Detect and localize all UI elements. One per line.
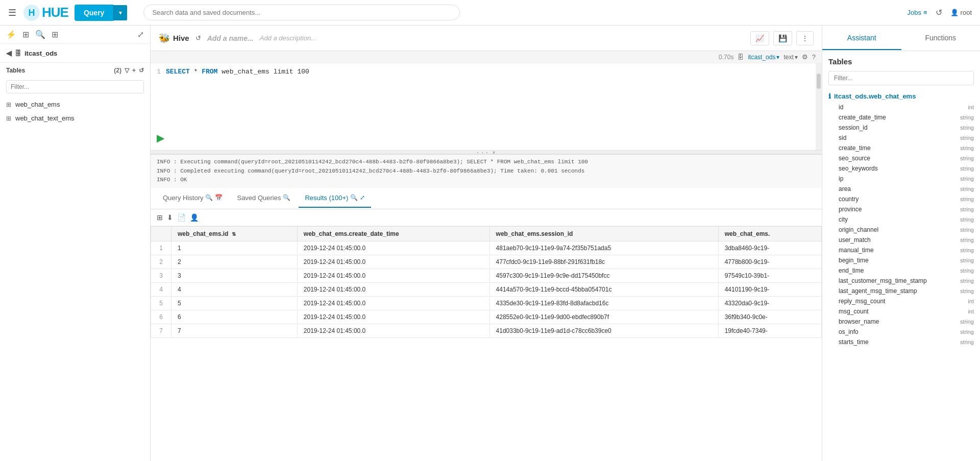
field-type: string [960,145,974,151]
editor-splitter[interactable]: • • • ▾ [151,150,822,154]
field-row[interactable]: country string [828,194,974,204]
refresh-icon[interactable]: ↺ [139,67,144,74]
grid-view-icon[interactable]: ⊞ [157,213,163,222]
cell-create-date-time: 2019-12-24 01:45:00.0 [297,255,489,269]
field-row[interactable]: origin_channel string [828,225,974,235]
field-row[interactable]: area string [828,184,974,194]
field-row[interactable]: browser_name string [828,317,974,327]
line-number-1: 1 [151,68,166,76]
th-id-label: web_chat_ems.id [178,230,228,237]
th-col4[interactable]: web_chat_ems. [718,226,821,241]
jobs-link[interactable]: Jobs ≡ [908,9,927,16]
logo-text: HUE [42,5,68,20]
field-type: int [968,104,974,110]
field-row[interactable]: ip string [828,174,974,184]
right-tables-title: Tables [828,57,974,66]
field-name: sid [839,134,846,141]
history-icon[interactable]: ↺ [936,8,942,17]
field-row[interactable]: seo_keywords string [828,163,974,174]
cell-col4: 97549c10-39b1- [718,269,821,282]
right-panel-tabs: Assistant Functions [822,26,980,51]
tab-query-history[interactable]: Query History 🔍 📅 [157,189,229,208]
tab-saved-queries[interactable]: Saved Queries 🔍 [231,189,297,208]
cell-rownum: 3 [151,269,172,282]
scrollbar-thumb [817,74,821,89]
query-name-input[interactable]: Add a name... [207,34,254,42]
more-options-button[interactable]: ⋮ [796,31,814,45]
field-row[interactable]: sid string [828,133,974,143]
db-selector[interactable]: itcast_ods ▾ [748,54,779,61]
field-name: browser_name [839,318,879,325]
cell-id: 2 [172,255,298,269]
help-icon[interactable]: ? [812,53,816,61]
add-icon[interactable]: + [132,67,136,74]
page-icon[interactable]: 📄 [177,213,186,222]
run-query-button[interactable]: ▶ [157,132,164,144]
field-row[interactable]: last_customer_msg_time_stamp string [828,276,974,286]
field-row[interactable]: session_id string [828,123,974,133]
query-dropdown-button[interactable]: ▾ [113,5,127,20]
user-link[interactable]: 👤 root [950,9,972,16]
hamburger-icon[interactable]: ☰ [8,7,16,18]
sidebar-db-icon[interactable]: ⚡ [6,30,16,39]
field-row[interactable]: reply_msg_count int [828,296,974,306]
query-desc-input[interactable]: Add a description... [260,34,316,42]
table-item-web-chat-text-ems[interactable]: ⊞ web_chat_text_ems [0,111,150,125]
field-name: manual_time [839,247,874,254]
th-id[interactable]: web_chat_ems.id ⇅ [172,226,298,241]
field-row[interactable]: starts_time string [828,337,974,347]
field-row[interactable]: last_agent_msg_time_stamp string [828,286,974,296]
field-type: string [960,227,974,233]
sidebar-copy-icon[interactable]: ⊞ [22,30,29,39]
field-row[interactable]: manual_time string [828,245,974,255]
share-icon[interactable]: 👤 [190,213,199,222]
code-content-1: SELECT * FROM web_chat_ems limit 100 [166,68,309,76]
hive-icon: 🐝 [159,33,170,44]
code-editor[interactable]: 1 SELECT * FROM web_chat_ems limit 100 [151,63,822,150]
field-row[interactable]: end_time string [828,265,974,276]
query-main-button[interactable]: Query [75,5,113,21]
field-row[interactable]: province string [828,204,974,214]
settings-icon[interactable]: ⚙ [802,53,808,61]
sidebar-expand-icon[interactable]: ⤢ [137,30,144,39]
format-selector[interactable]: text ▾ [783,54,797,61]
chart-button[interactable]: 📈 [750,31,769,45]
field-row[interactable]: msg_count int [828,306,974,317]
cell-create-date-time: 2019-12-24 01:45:00.0 [297,324,489,337]
query-timing: 0.70s [719,54,733,61]
field-row[interactable]: id int [828,102,974,112]
query-history-calendar-icon: 📅 [215,194,223,201]
right-table-expand[interactable]: ℹ itcast_ods.web_chat_ems [828,90,974,102]
search-input[interactable] [143,5,460,20]
field-row[interactable]: user_match string [828,235,974,245]
download-icon[interactable]: ⬇ [167,213,173,222]
field-row[interactable]: create_time string [828,143,974,153]
hive-badge: 🐝 Hive [159,33,189,44]
field-type: string [960,114,974,120]
tab-assistant[interactable]: Assistant [822,27,901,50]
right-filter-input[interactable] [828,71,974,85]
field-row[interactable]: begin_time string [828,255,974,265]
sidebar-filter-input[interactable] [6,80,144,93]
tables-count: (2) [114,67,121,74]
tab-functions[interactable]: Functions [901,27,981,50]
th-session-id[interactable]: web_chat_ems.session_id [489,226,718,241]
tab-results[interactable]: Results (100+) 🔍 ⤢ [299,189,371,208]
sidebar-search-icon[interactable]: 🔍 [35,30,45,39]
th-create-date-time[interactable]: web_chat_ems.create_date_time [297,226,489,241]
field-row[interactable]: city string [828,214,974,225]
svg-text:H: H [29,8,35,18]
code-line-1: 1 SELECT * FROM web_chat_ems limit 100 [151,67,822,76]
sidebar-db-header[interactable]: ◀ 🗄 itcast_ods [0,44,150,63]
table-item-web-chat-ems[interactable]: ⊞ web_chat_ems [0,98,150,111]
history-btn[interactable]: ↺ [195,34,201,42]
field-row[interactable]: create_date_time string [828,112,974,123]
query-header: 🐝 Hive ↺ Add a name... Add a description… [151,26,822,51]
field-row[interactable]: seo_source string [828,153,974,163]
filter-icon[interactable]: ▽ [125,67,129,74]
save-button[interactable]: 💾 [773,31,792,45]
editor-scrollbar[interactable] [816,63,822,150]
field-row[interactable]: os_info string [828,327,974,337]
sidebar-grid-icon[interactable]: ⊞ [52,30,58,39]
table-row: 1 1 2019-12-24 01:45:00.0 481aeb70-9c19-… [151,241,822,255]
